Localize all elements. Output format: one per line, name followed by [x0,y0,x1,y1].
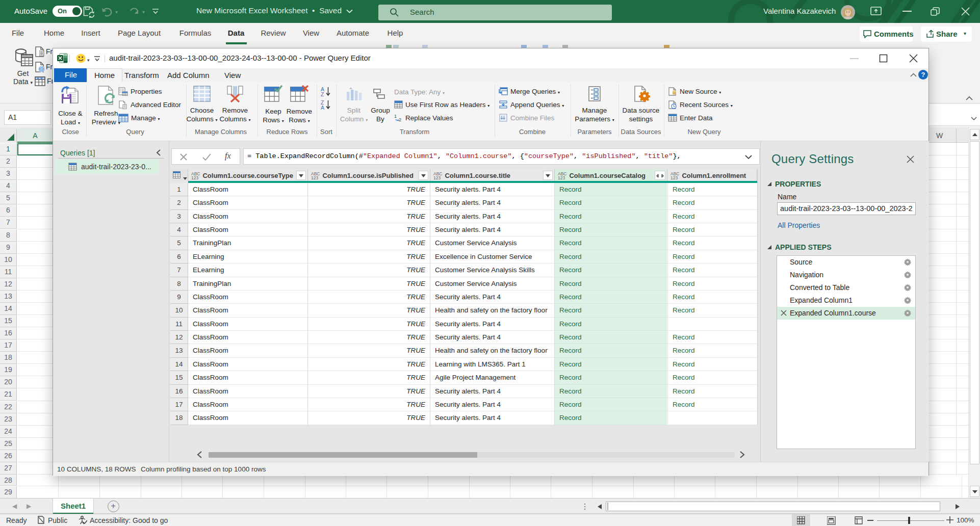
svg-text:1: 1 [394,114,397,119]
svg-text:A: A [321,104,324,111]
svg-text:Z: Z [321,91,324,97]
svg-text:2: 2 [399,117,401,122]
